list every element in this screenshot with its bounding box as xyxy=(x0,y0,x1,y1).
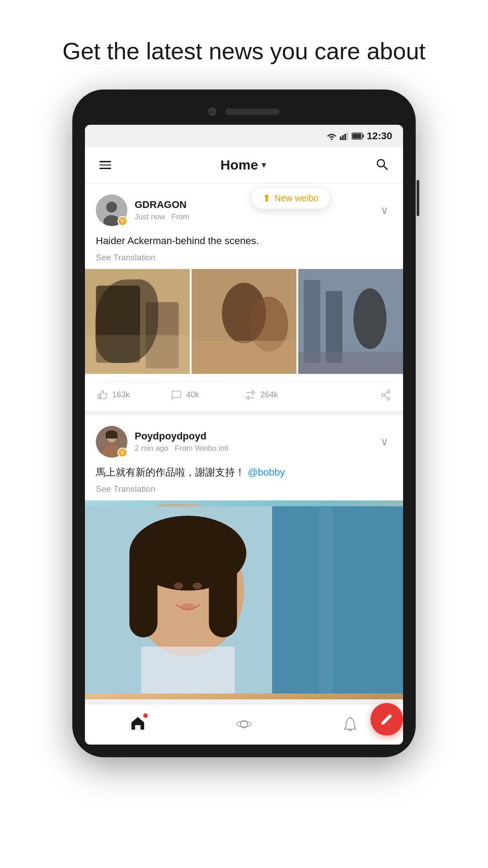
comment-button-gdragon[interactable]: 40k xyxy=(170,389,244,401)
post-card-poyd: V Poydpoydpoyd 2 min ago From Weibo.intl… xyxy=(85,415,403,699)
svg-point-43 xyxy=(174,582,183,589)
svg-rect-2 xyxy=(342,135,344,140)
svg-point-28 xyxy=(387,397,390,400)
search-button[interactable] xyxy=(371,154,392,176)
post-image-1-gdragon[interactable] xyxy=(85,269,190,374)
see-translation-poyd[interactable]: See Translation xyxy=(96,484,392,494)
post-time-gdragon: Just now From xyxy=(135,212,370,222)
repost-icon xyxy=(244,389,257,401)
bottom-nav xyxy=(85,704,403,745)
svg-point-0 xyxy=(331,138,333,140)
post-username-poyd: Poydpoydpoyd xyxy=(135,430,370,442)
photo-silhouette-1 xyxy=(85,269,190,374)
compose-fab[interactable] xyxy=(371,703,403,736)
status-icons: 12:30 xyxy=(326,130,392,142)
post-dropdown-gdragon[interactable]: ∨ xyxy=(377,200,392,220)
svg-rect-3 xyxy=(344,134,346,140)
page-headline: Get the latest news you care about xyxy=(35,0,453,90)
svg-point-24 xyxy=(353,288,386,349)
see-translation-gdragon[interactable]: See Translation xyxy=(96,253,392,263)
edit-icon xyxy=(380,712,394,726)
search-icon xyxy=(375,157,389,171)
new-weibo-label: New weibo xyxy=(274,193,319,203)
header-title-text: Home xyxy=(221,157,258,173)
battery-icon xyxy=(352,132,364,140)
svg-rect-46 xyxy=(141,646,235,693)
nav-discover[interactable] xyxy=(191,704,297,745)
bell-icon xyxy=(343,716,358,732)
share-icon xyxy=(380,389,392,401)
svg-point-49 xyxy=(237,722,251,727)
svg-rect-22 xyxy=(304,280,320,363)
post-actions-gdragon: 163k 40k 264k xyxy=(96,381,392,410)
post-header-poyd: V Poydpoydpoyd 2 min ago From Weibo.intl… xyxy=(96,426,392,458)
phone-speaker xyxy=(225,108,280,115)
svg-rect-42 xyxy=(209,543,237,637)
menu-button[interactable] xyxy=(96,157,115,173)
app-header: Home ▾ xyxy=(85,147,403,184)
new-weibo-toast[interactable]: ⬆ New weibo xyxy=(252,188,329,209)
comment-icon xyxy=(170,389,183,401)
post-header-gdragon: V GDRAGON Just now From ∨ xyxy=(96,194,392,226)
verified-badge-gdragon: V xyxy=(117,216,127,226)
repost-count-gdragon: 264k xyxy=(260,390,278,400)
thumbs-up-icon xyxy=(96,389,108,401)
post-content-gdragon: Haider Ackerman-behind the scenes. xyxy=(96,233,392,248)
discover-icon xyxy=(236,716,252,732)
svg-line-30 xyxy=(385,396,387,398)
post-image-3-gdragon[interactable] xyxy=(298,269,403,374)
header-title[interactable]: Home ▾ xyxy=(115,157,371,173)
svg-point-45 xyxy=(181,603,195,611)
avatar-container-gdragon: V xyxy=(96,194,127,226)
svg-point-11 xyxy=(106,202,117,212)
chevron-down-icon: ▾ xyxy=(262,160,266,170)
repost-button-gdragon[interactable]: 264k xyxy=(244,389,318,401)
svg-rect-35 xyxy=(106,433,117,439)
like-count-gdragon: 163k xyxy=(112,390,130,400)
svg-rect-25 xyxy=(298,352,403,374)
post-meta-poyd: Poydpoydpoyd 2 min ago From Weibo.intl xyxy=(135,430,370,453)
svg-rect-41 xyxy=(129,543,157,637)
power-button xyxy=(417,180,419,216)
home-icon xyxy=(130,715,146,731)
signal-icon xyxy=(340,132,349,140)
svg-rect-37 xyxy=(272,506,403,693)
photo-silhouette-2 xyxy=(192,269,296,374)
svg-point-26 xyxy=(387,390,390,393)
svg-line-9 xyxy=(384,166,387,170)
avatar-container-poyd: V xyxy=(96,426,127,458)
svg-rect-14 xyxy=(96,285,140,363)
wifi-icon xyxy=(326,132,337,140)
svg-line-29 xyxy=(385,392,387,394)
nav-home[interactable] xyxy=(85,704,191,745)
phone-screen: 12:30 Home ▾ ⬆ xyxy=(85,125,403,745)
svg-point-27 xyxy=(382,394,385,396)
svg-rect-16 xyxy=(85,335,190,373)
post-card-gdragon: V GDRAGON Just now From ∨ Haider Ackerma… xyxy=(85,184,403,410)
photo-poyd xyxy=(85,500,403,699)
post-time-poyd: 2 min ago From Weibo.intl xyxy=(135,444,370,453)
svg-point-44 xyxy=(192,582,202,589)
svg-rect-1 xyxy=(340,137,342,140)
home-notification-dot xyxy=(143,713,148,718)
status-time: 12:30 xyxy=(367,130,392,142)
svg-rect-4 xyxy=(347,132,348,140)
chevron-up-icon: ⬆ xyxy=(263,193,271,204)
phone-top-bar xyxy=(85,108,403,116)
post-image-2-gdragon[interactable] xyxy=(192,269,296,374)
post-content-poyd: 馬上就有新的作品啦，謝謝支持！ @bobby xyxy=(96,465,392,480)
post-dropdown-poyd[interactable]: ∨ xyxy=(377,432,392,452)
photo-silhouette-3 xyxy=(298,269,403,374)
status-bar: 12:30 xyxy=(85,125,403,147)
image-grid-gdragon xyxy=(85,269,403,374)
svg-rect-6 xyxy=(362,134,364,137)
like-button-gdragon[interactable]: 163k xyxy=(96,389,170,401)
svg-rect-20 xyxy=(192,340,296,373)
svg-rect-38 xyxy=(319,506,333,693)
share-button-gdragon[interactable] xyxy=(318,389,392,401)
phone-frame: 12:30 Home ▾ ⬆ xyxy=(72,90,416,757)
post-image-poyd[interactable] xyxy=(85,500,403,699)
verified-badge-poyd: V xyxy=(117,448,127,458)
feed: V GDRAGON Just now From ∨ Haider Ackerma… xyxy=(85,184,403,699)
post-mention-poyd[interactable]: @bobby xyxy=(248,467,285,478)
